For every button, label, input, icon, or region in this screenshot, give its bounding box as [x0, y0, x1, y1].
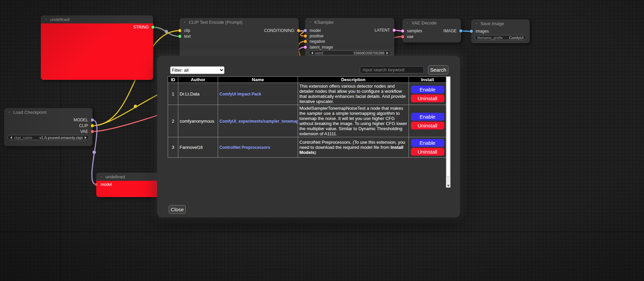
string-slot-dot[interactable] — [151, 26, 154, 29]
image-slot-dot[interactable] — [459, 30, 462, 33]
extension-link[interactable]: ComfyUI_experiments/sampler_tonemap — [219, 119, 298, 124]
node-title-bar[interactable]: Save Image — [471, 19, 530, 28]
input-slot-samples[interactable]: samples — [402, 28, 422, 34]
conditioning-slot-dot[interactable] — [304, 40, 307, 43]
clip-slot-dot[interactable] — [91, 124, 94, 127]
conditioning-slot-dot[interactable] — [304, 35, 307, 38]
slot-label: images — [476, 29, 489, 34]
decrement-arrow-icon[interactable] — [311, 52, 313, 54]
node-vae-decode[interactable]: VAE Decode samples vae IMAGE — [402, 19, 461, 42]
uninstall-button[interactable]: Uninstall — [411, 94, 444, 102]
cell-id: 2 — [168, 105, 178, 137]
image-slot-dot[interactable] — [470, 30, 473, 33]
node-title: KSampler — [314, 20, 334, 25]
node-title-bar[interactable]: KSampler — [305, 18, 394, 26]
uninstall-button[interactable]: Uninstall — [411, 122, 444, 129]
seed-widget[interactable]: seed 156680208700286 — [309, 50, 391, 55]
input-slot-text[interactable]: text — [180, 34, 191, 39]
cell-id: 3 — [168, 137, 178, 158]
cell-install: Enable Uninstall — [409, 137, 446, 158]
link-midpoint-dot — [134, 105, 137, 108]
increment-arrow-icon[interactable] — [386, 52, 388, 54]
node-title: Load Checkpoint — [13, 110, 47, 115]
extension-link[interactable]: ComfyUI Impact Pack — [219, 92, 261, 96]
node-title-bar[interactable]: undefined — [41, 15, 153, 23]
node-canvas[interactable]: undefined STRING CLIP Text Encode (Promp… — [0, 0, 644, 281]
widget-name: seed — [315, 51, 323, 55]
vae-slot-dot[interactable] — [91, 130, 94, 133]
description-text: ModelSamplerTonemapNoiseTest a node that… — [299, 106, 407, 136]
cell-description: This extension offers various detector n… — [298, 83, 409, 105]
node-title-bar[interactable]: CLIP Text Encode (Prompt) — [180, 18, 299, 26]
next-arrow-icon[interactable] — [85, 136, 86, 139]
slot-label: LATENT — [375, 28, 390, 33]
input-slot-model[interactable]: model — [305, 28, 321, 33]
latent-slot-dot[interactable] — [401, 30, 404, 33]
node-title-bar[interactable]: Load Checkpoint — [4, 108, 93, 116]
input-slot-negative[interactable]: negative — [305, 39, 325, 44]
node-body — [41, 23, 153, 80]
slot-label: CONDITIONING — [264, 28, 294, 33]
output-slot-vae[interactable]: VAE — [80, 129, 93, 134]
node-load-checkpoint[interactable]: Load Checkpoint MODEL CLIP VAE ckpt_name… — [4, 108, 93, 146]
slot-label: CLIP — [79, 123, 88, 128]
scrollbar-thumb[interactable] — [446, 77, 450, 176]
search-input[interactable] — [360, 66, 424, 73]
input-slot-images[interactable]: images — [471, 29, 489, 34]
clip-slot-dot[interactable] — [178, 29, 181, 32]
input-slot-latent-image[interactable]: latent_image — [305, 45, 333, 50]
search-button[interactable]: Search — [428, 65, 448, 74]
widget-value: v1-5-pruned-emaonly.ckpt — [39, 136, 83, 140]
output-slot-model[interactable]: MODEL — [73, 117, 93, 123]
table-scrollbar[interactable] — [446, 76, 450, 188]
model-slot-dot[interactable] — [91, 119, 94, 122]
previous-arrow-icon[interactable] — [10, 136, 12, 139]
scroll-down-icon[interactable] — [447, 185, 450, 187]
input-slot-clip[interactable]: clip — [180, 28, 190, 33]
widget-value: ComfyUI — [509, 36, 524, 40]
collapse-dot-icon[interactable] — [7, 110, 11, 114]
collapse-dot-icon[interactable] — [406, 21, 409, 24]
uninstall-button[interactable]: Uninstall — [411, 148, 444, 156]
collapse-dot-icon[interactable] — [100, 175, 103, 178]
output-slot-clip[interactable]: CLIP — [79, 123, 93, 128]
enable-button[interactable]: Enable — [411, 113, 444, 121]
link-midpoint-dot — [165, 30, 168, 33]
output-slot-conditioning[interactable]: CONDITIONING — [264, 28, 299, 33]
output-slot-latent[interactable]: LATENT — [375, 28, 394, 33]
filter-select[interactable]: Filter: all — [170, 66, 225, 74]
input-slot-vae[interactable]: vae — [402, 34, 413, 39]
output-slot-image[interactable]: IMAGE — [443, 28, 461, 34]
ckpt-name-widget[interactable]: ckpt_name v1-5-pruned-emaonly.ckpt — [7, 135, 89, 140]
filename-prefix-widget[interactable]: filename_prefix ComfyUI — [475, 35, 526, 40]
header-name: Name — [218, 77, 298, 83]
extension-link[interactable]: ControlNet Preprocessors — [219, 145, 270, 150]
string-slot-dot[interactable] — [178, 35, 181, 38]
output-slot-string[interactable]: STRING — [133, 24, 153, 30]
collapse-dot-icon[interactable] — [183, 20, 186, 24]
collapse-dot-icon[interactable] — [475, 22, 478, 25]
collapse-dot-icon[interactable] — [309, 20, 312, 24]
node-title: undefined — [50, 17, 69, 22]
enable-button[interactable]: Enable — [411, 139, 444, 147]
vae-slot-dot[interactable] — [401, 35, 404, 38]
conditioning-slot-dot[interactable] — [297, 29, 300, 32]
latent-slot-dot[interactable] — [304, 46, 307, 49]
node-title: Save Image — [480, 21, 504, 26]
cell-author: comfyanonymous — [178, 105, 218, 137]
collapse-dot-icon[interactable] — [44, 18, 48, 21]
slot-label: clip — [184, 28, 190, 33]
node-undefined-top[interactable]: undefined STRING — [41, 15, 153, 80]
node-save-image[interactable]: Save Image images filename_prefix ComfyU… — [471, 19, 530, 43]
table-row: 2 comfyanonymous ComfyUI_experiments/sam… — [168, 105, 446, 137]
node-title-bar[interactable]: VAE Decode — [402, 19, 461, 27]
model-slot-dot[interactable] — [304, 29, 307, 32]
close-button[interactable]: Close — [169, 205, 186, 214]
node-title: undefined — [105, 174, 125, 179]
latent-slot-dot[interactable] — [393, 29, 396, 32]
enable-button[interactable]: Enable — [411, 86, 444, 93]
input-slot-positive[interactable]: positive — [305, 33, 324, 39]
slot-label: MODEL — [73, 118, 88, 122]
model-slot-dot[interactable] — [95, 183, 98, 186]
input-slot-model[interactable]: model — [96, 182, 112, 187]
